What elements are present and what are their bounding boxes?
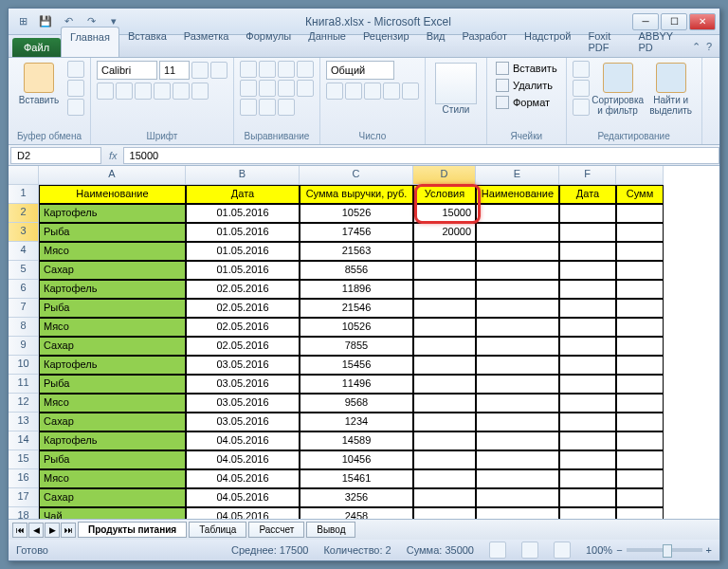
currency-icon[interactable] (326, 83, 343, 100)
cell[interactable] (616, 450, 664, 469)
cell[interactable] (616, 299, 664, 318)
fill-color-icon[interactable] (173, 83, 190, 100)
align-left-icon[interactable] (240, 80, 257, 97)
cell[interactable] (413, 299, 476, 318)
wrap-text-icon[interactable] (297, 80, 314, 97)
cell[interactable] (476, 223, 559, 242)
cell[interactable]: 10456 (300, 450, 413, 469)
format-painter-icon[interactable] (67, 99, 84, 116)
first-sheet-button[interactable]: ⏮ (12, 523, 27, 538)
indent-inc-icon[interactable] (259, 99, 276, 116)
cell[interactable] (616, 204, 664, 223)
cell[interactable]: 01.05.2016 (186, 223, 300, 242)
align-right-icon[interactable] (278, 80, 295, 97)
cell[interactable] (616, 488, 664, 507)
cell[interactable]: Сахар (39, 488, 186, 507)
align-bottom-icon[interactable] (278, 61, 295, 78)
close-button[interactable]: ✕ (689, 13, 716, 30)
view-layout-icon[interactable] (521, 541, 538, 559)
comma-icon[interactable] (364, 83, 381, 100)
select-all-corner[interactable] (9, 166, 39, 185)
cell[interactable] (476, 450, 559, 469)
tab-вставка[interactable]: Вставка (119, 27, 175, 57)
file-tab[interactable]: Файл (12, 38, 61, 57)
cell[interactable]: 20000 (413, 223, 476, 242)
percent-icon[interactable] (345, 83, 362, 100)
sheet-tab[interactable]: Таблица (189, 522, 246, 538)
cell[interactable] (616, 469, 664, 488)
cell[interactable]: Мясо (39, 318, 186, 337)
cell[interactable] (413, 375, 476, 394)
cell[interactable] (476, 488, 559, 507)
cell[interactable] (559, 413, 616, 431)
cell[interactable]: 04.05.2016 (186, 488, 300, 507)
cell[interactable] (413, 261, 476, 280)
row-header[interactable]: 13 (9, 413, 39, 431)
minimize-ribbon-icon[interactable]: ⌃ (692, 41, 701, 53)
row-header[interactable]: 2 (9, 204, 39, 223)
cell[interactable]: Мясо (39, 394, 186, 413)
cell[interactable] (476, 337, 559, 356)
col-header-F[interactable]: F (559, 166, 616, 185)
cell[interactable] (476, 413, 559, 431)
cell[interactable]: 15000 (413, 204, 476, 223)
cell[interactable] (616, 280, 664, 299)
cell[interactable] (616, 431, 664, 450)
cell[interactable] (476, 394, 559, 413)
inc-decimal-icon[interactable] (383, 83, 400, 100)
cell[interactable] (616, 394, 664, 413)
dec-decimal-icon[interactable] (402, 83, 419, 100)
cell[interactable]: 01.05.2016 (186, 242, 300, 261)
cell[interactable]: 7855 (300, 337, 413, 356)
cell[interactable] (616, 318, 664, 337)
cell[interactable]: 8556 (300, 261, 413, 280)
cell[interactable]: 04.05.2016 (186, 431, 300, 450)
cell[interactable]: Рыба (39, 299, 186, 318)
sort-filter-button[interactable]: Сортировка и фильтр (593, 61, 643, 118)
bold-icon[interactable] (97, 83, 114, 100)
cell[interactable] (559, 280, 616, 299)
cell[interactable] (559, 375, 616, 394)
cell[interactable]: 1234 (300, 413, 413, 431)
cell[interactable] (476, 375, 559, 394)
cell[interactable] (616, 337, 664, 356)
cell[interactable]: Чай (39, 507, 186, 519)
cell[interactable] (413, 242, 476, 261)
tab-вид[interactable]: Вид (418, 27, 454, 57)
cell[interactable]: Картофель (39, 204, 186, 223)
cell[interactable]: Рыба (39, 375, 186, 394)
fill-icon[interactable] (573, 80, 590, 97)
cell[interactable] (476, 204, 559, 223)
row-header[interactable]: 5 (9, 261, 39, 280)
cell[interactable] (559, 299, 616, 318)
cell[interactable] (559, 469, 616, 488)
col-header-A[interactable]: A (39, 166, 186, 185)
grow-font-icon[interactable] (191, 62, 209, 79)
cell[interactable]: 04.05.2016 (186, 507, 300, 519)
cell[interactable] (413, 280, 476, 299)
cell[interactable]: 9568 (300, 394, 413, 413)
col-header-B[interactable]: B (186, 166, 300, 185)
header-cell[interactable]: Сумм (616, 185, 664, 204)
excel-icon[interactable]: ⊞ (12, 11, 33, 32)
cell[interactable]: Картофель (39, 280, 186, 299)
row-header[interactable]: 8 (9, 318, 39, 337)
cell[interactable]: 02.05.2016 (186, 337, 300, 356)
help-icon[interactable]: ? (706, 41, 712, 53)
tab-данные[interactable]: Данные (300, 27, 355, 57)
cell[interactable] (476, 280, 559, 299)
sheet-tab[interactable]: Вывод (306, 522, 355, 538)
row-header[interactable]: 14 (9, 431, 39, 450)
header-cell[interactable]: Условия (413, 185, 476, 204)
zoom-slider[interactable] (627, 548, 702, 552)
header-cell[interactable]: Сумма выручки, руб. (300, 185, 413, 204)
cell[interactable]: 15456 (300, 356, 413, 375)
styles-button[interactable]: Стили (431, 61, 481, 117)
cell[interactable] (616, 356, 664, 375)
cell[interactable] (559, 450, 616, 469)
copy-icon[interactable] (67, 80, 84, 97)
formula-input[interactable] (123, 147, 719, 164)
cell[interactable]: 21563 (300, 242, 413, 261)
cell[interactable]: 11496 (300, 375, 413, 394)
insert-cells-button[interactable]: Вставить (493, 61, 560, 76)
